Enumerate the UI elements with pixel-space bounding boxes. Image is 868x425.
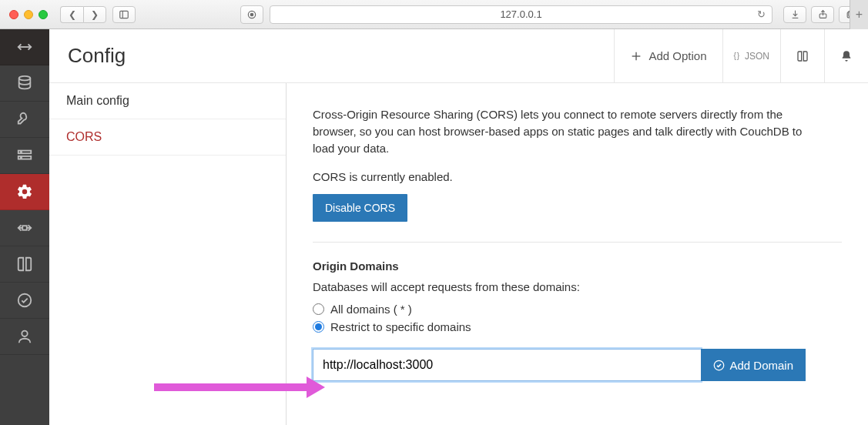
minimize-window-button[interactable] [24, 10, 33, 19]
address-text: 127.0.0.1 [500, 8, 541, 20]
origin-domains-sub: Databases will accept requests from thes… [313, 280, 842, 293]
radio-all-domains-input[interactable] [313, 303, 324, 315]
radio-restrict-domains-label: Restrict to specific domains [330, 320, 471, 333]
rail-item-setup[interactable] [0, 102, 49, 138]
svg-point-3 [250, 13, 253, 16]
rail-item-verify[interactable] [0, 283, 49, 319]
section-divider [313, 242, 842, 243]
radio-all-domains[interactable]: All domains ( * ) [313, 303, 842, 316]
json-button[interactable]: { } JSON [722, 29, 780, 82]
cors-status-text: CORS is currently enabled. [313, 170, 842, 183]
reader-button[interactable] [240, 5, 263, 24]
cors-intro-text: Cross-Origin Resource Sharing (CORS) let… [313, 106, 806, 156]
braces-icon: { } [734, 52, 739, 60]
rail-item-active-tasks[interactable] [0, 138, 49, 174]
subnav-item-cors[interactable]: CORS [49, 119, 286, 156]
nav-back-forward: ❮ ❯ [60, 6, 106, 23]
add-domain-row: Add Domain [313, 349, 806, 381]
docs-button[interactable] [780, 29, 824, 82]
share-button[interactable] [811, 6, 834, 23]
svg-point-10 [21, 152, 22, 152]
zoom-window-button[interactable] [39, 10, 48, 19]
svg-point-7 [19, 76, 31, 81]
rail-item-login[interactable] [0, 319, 49, 355]
back-button[interactable]: ❮ [60, 6, 83, 23]
window-controls [9, 10, 48, 19]
radio-restrict-domains[interactable]: Restrict to specific domains [313, 320, 842, 333]
radio-restrict-domains-input[interactable] [313, 321, 324, 333]
subnav-item-main-config[interactable]: Main config [49, 83, 286, 119]
app-header: Config Add Option { } JSON [49, 29, 868, 83]
radio-all-domains-label: All domains ( * ) [330, 303, 412, 316]
rail-item-replication[interactable] [0, 210, 49, 246]
domain-input[interactable] [313, 349, 701, 381]
rail-item-documentation[interactable] [0, 246, 49, 283]
svg-point-11 [21, 157, 22, 158]
disable-cors-label: Disable CORS [325, 202, 395, 214]
add-domain-button[interactable]: Add Domain [701, 349, 806, 381]
config-subnav: Main config CORS [49, 83, 287, 425]
book-icon [796, 50, 809, 62]
svg-rect-0 [120, 11, 129, 18]
rail-item-resize[interactable] [0, 29, 49, 65]
browser-toolbar: ❮ ❯ 127.0.0.1 ↻ + [0, 0, 868, 29]
rail-item-config[interactable] [0, 174, 49, 210]
rail-item-databases[interactable] [0, 65, 49, 102]
sidebar-toggle-button[interactable] [112, 6, 136, 23]
new-tab-button[interactable]: + [850, 0, 868, 29]
downloads-button[interactable] [783, 6, 806, 23]
json-label: JSON [745, 51, 769, 62]
add-option-button[interactable]: Add Option [614, 29, 722, 82]
disable-cors-button[interactable]: Disable CORS [313, 194, 407, 222]
plus-icon [630, 50, 642, 62]
add-option-label: Add Option [648, 49, 706, 62]
cors-panel: Cross-Origin Resource Sharing (CORS) let… [287, 83, 868, 425]
bell-icon [840, 50, 853, 62]
notifications-button[interactable] [824, 29, 868, 82]
origin-domains-heading: Origin Domains [313, 259, 842, 273]
reload-icon[interactable]: ↻ [757, 8, 766, 20]
close-window-button[interactable] [9, 10, 18, 19]
forward-button[interactable]: ❯ [83, 6, 106, 23]
svg-point-13 [18, 294, 32, 307]
check-circle-icon [713, 360, 725, 371]
svg-rect-12 [22, 226, 27, 230]
address-bar[interactable]: 127.0.0.1 ↻ [270, 5, 772, 24]
page-title: Config [68, 44, 126, 68]
svg-point-14 [22, 331, 27, 336]
app-siderail [0, 29, 49, 425]
add-domain-label: Add Domain [729, 359, 793, 372]
